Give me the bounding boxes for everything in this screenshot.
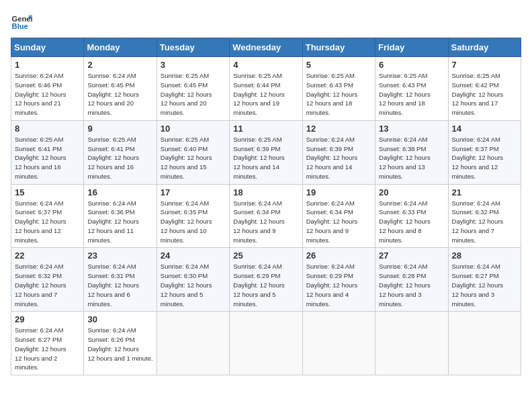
calendar-cell: 23Sunrise: 6:24 AMSunset: 6:31 PMDayligh…: [84, 248, 157, 312]
day-number: 7: [452, 60, 517, 70]
calendar-cell: 15Sunrise: 6:24 AMSunset: 6:37 PMDayligh…: [11, 184, 84, 248]
calendar-cell: 16Sunrise: 6:24 AMSunset: 6:36 PMDayligh…: [84, 184, 157, 248]
calendar-cell: [230, 312, 302, 375]
day-header-sunday: Sunday: [11, 38, 84, 57]
day-info: Sunrise: 6:24 AMSunset: 6:32 PMDaylight:…: [15, 262, 80, 308]
calendar-cell: 14Sunrise: 6:24 AMSunset: 6:37 PMDayligh…: [448, 120, 521, 184]
day-number: 24: [161, 250, 226, 261]
day-info: Sunrise: 6:24 AMSunset: 6:34 PMDaylight:…: [306, 199, 371, 245]
day-number: 3: [161, 60, 226, 70]
calendar-cell: 24Sunrise: 6:24 AMSunset: 6:30 PMDayligh…: [157, 248, 229, 312]
day-info: Sunrise: 6:24 AMSunset: 6:34 PMDaylight:…: [233, 199, 298, 245]
calendar-cell: 25Sunrise: 6:24 AMSunset: 6:29 PMDayligh…: [230, 248, 302, 312]
day-info: Sunrise: 6:25 AMSunset: 6:43 PMDaylight:…: [306, 71, 371, 118]
day-number: 15: [15, 187, 80, 197]
day-info: Sunrise: 6:24 AMSunset: 6:37 PMDaylight:…: [15, 199, 80, 245]
day-info: Sunrise: 6:25 AMSunset: 6:44 PMDaylight:…: [233, 71, 298, 118]
day-number: 9: [87, 124, 152, 134]
day-number: 10: [161, 124, 226, 134]
day-info: Sunrise: 6:25 AMSunset: 6:45 PMDaylight:…: [161, 71, 226, 118]
calendar-cell: 11Sunrise: 6:25 AMSunset: 6:39 PMDayligh…: [230, 120, 302, 184]
day-header-saturday: Saturday: [448, 38, 521, 57]
calendar-cell: 20Sunrise: 6:24 AMSunset: 6:33 PMDayligh…: [375, 184, 448, 248]
day-number: 1: [15, 60, 80, 70]
calendar-cell: [157, 312, 229, 375]
day-info: Sunrise: 6:24 AMSunset: 6:36 PMDaylight:…: [87, 199, 152, 245]
day-info: Sunrise: 6:24 AMSunset: 6:37 PMDaylight:…: [452, 135, 517, 181]
calendar-cell: 4Sunrise: 6:25 AMSunset: 6:44 PMDaylight…: [230, 57, 302, 121]
calendar-cell: 26Sunrise: 6:24 AMSunset: 6:29 PMDayligh…: [302, 248, 375, 312]
calendar-cell: [448, 312, 521, 375]
day-number: 13: [379, 124, 444, 134]
day-number: 12: [306, 124, 371, 134]
day-number: 21: [452, 187, 517, 197]
day-number: 11: [233, 124, 298, 134]
day-number: 20: [379, 187, 444, 197]
calendar-cell: 28Sunrise: 6:24 AMSunset: 6:27 PMDayligh…: [448, 248, 521, 312]
day-number: 29: [15, 314, 80, 324]
day-info: Sunrise: 6:24 AMSunset: 6:46 PMDaylight:…: [15, 71, 80, 118]
day-info: Sunrise: 6:24 AMSunset: 6:33 PMDaylight:…: [379, 199, 444, 245]
calendar-cell: 5Sunrise: 6:25 AMSunset: 6:43 PMDaylight…: [302, 57, 375, 121]
calendar-cell: 30Sunrise: 6:24 AMSunset: 6:26 PMDayligh…: [84, 312, 157, 375]
calendar-cell: 18Sunrise: 6:24 AMSunset: 6:34 PMDayligh…: [230, 184, 302, 248]
day-number: 23: [87, 250, 152, 261]
day-number: 16: [87, 187, 152, 197]
day-info: Sunrise: 6:25 AMSunset: 6:42 PMDaylight:…: [452, 71, 517, 118]
day-info: Sunrise: 6:24 AMSunset: 6:30 PMDaylight:…: [161, 262, 226, 308]
calendar-header-row: SundayMondayTuesdayWednesdayThursdayFrid…: [11, 38, 521, 57]
page-header: General Blue: [11, 11, 521, 32]
day-info: Sunrise: 6:24 AMSunset: 6:31 PMDaylight:…: [87, 262, 152, 308]
calendar-cell: 10Sunrise: 6:25 AMSunset: 6:40 PMDayligh…: [157, 120, 229, 184]
logo: General Blue: [11, 11, 35, 32]
calendar-cell: 29Sunrise: 6:24 AMSunset: 6:27 PMDayligh…: [11, 312, 84, 375]
day-header-thursday: Thursday: [302, 38, 375, 57]
day-number: 17: [161, 187, 226, 197]
calendar-cell: 12Sunrise: 6:24 AMSunset: 6:39 PMDayligh…: [302, 120, 375, 184]
day-info: Sunrise: 6:25 AMSunset: 6:40 PMDaylight:…: [161, 135, 226, 181]
calendar-cell: 9Sunrise: 6:25 AMSunset: 6:41 PMDaylight…: [84, 120, 157, 184]
day-number: 28: [452, 250, 517, 261]
calendar-cell: [302, 312, 375, 375]
day-number: 6: [379, 60, 444, 70]
day-info: Sunrise: 6:24 AMSunset: 6:32 PMDaylight:…: [452, 199, 517, 245]
day-info: Sunrise: 6:24 AMSunset: 6:27 PMDaylight:…: [15, 326, 80, 372]
calendar-week-row: 15Sunrise: 6:24 AMSunset: 6:37 PMDayligh…: [11, 184, 521, 248]
day-header-friday: Friday: [375, 38, 448, 57]
day-info: Sunrise: 6:25 AMSunset: 6:41 PMDaylight:…: [15, 135, 80, 181]
day-number: 14: [452, 124, 517, 134]
day-info: Sunrise: 6:24 AMSunset: 6:38 PMDaylight:…: [379, 135, 444, 181]
day-number: 22: [15, 250, 80, 261]
calendar-week-row: 22Sunrise: 6:24 AMSunset: 6:32 PMDayligh…: [11, 248, 521, 312]
calendar-cell: 2Sunrise: 6:24 AMSunset: 6:45 PMDaylight…: [84, 57, 157, 121]
day-info: Sunrise: 6:24 AMSunset: 6:29 PMDaylight:…: [233, 262, 298, 308]
day-info: Sunrise: 6:25 AMSunset: 6:41 PMDaylight:…: [87, 135, 152, 181]
day-info: Sunrise: 6:25 AMSunset: 6:43 PMDaylight:…: [379, 71, 444, 118]
day-header-tuesday: Tuesday: [157, 38, 229, 57]
calendar-cell: 21Sunrise: 6:24 AMSunset: 6:32 PMDayligh…: [448, 184, 521, 248]
day-number: 25: [233, 250, 298, 261]
calendar-cell: 8Sunrise: 6:25 AMSunset: 6:41 PMDaylight…: [11, 120, 84, 184]
day-info: Sunrise: 6:24 AMSunset: 6:26 PMDaylight:…: [87, 326, 152, 363]
day-number: 8: [15, 124, 80, 134]
calendar-cell: 3Sunrise: 6:25 AMSunset: 6:45 PMDaylight…: [157, 57, 229, 121]
day-info: Sunrise: 6:24 AMSunset: 6:35 PMDaylight:…: [161, 199, 226, 245]
calendar-cell: 27Sunrise: 6:24 AMSunset: 6:28 PMDayligh…: [375, 248, 448, 312]
day-info: Sunrise: 6:24 AMSunset: 6:27 PMDaylight:…: [452, 262, 517, 308]
day-info: Sunrise: 6:24 AMSunset: 6:39 PMDaylight:…: [306, 135, 371, 181]
calendar-cell: 1Sunrise: 6:24 AMSunset: 6:46 PMDaylight…: [11, 57, 84, 121]
day-number: 26: [306, 250, 371, 261]
day-number: 2: [87, 60, 152, 70]
day-number: 5: [306, 60, 371, 70]
calendar-cell: 13Sunrise: 6:24 AMSunset: 6:38 PMDayligh…: [375, 120, 448, 184]
day-info: Sunrise: 6:24 AMSunset: 6:28 PMDaylight:…: [379, 262, 444, 308]
day-number: 19: [306, 187, 371, 197]
day-info: Sunrise: 6:25 AMSunset: 6:39 PMDaylight:…: [233, 135, 298, 181]
calendar-table: SundayMondayTuesdayWednesdayThursdayFrid…: [11, 38, 521, 375]
day-number: 27: [379, 250, 444, 261]
calendar-week-row: 1Sunrise: 6:24 AMSunset: 6:46 PMDaylight…: [11, 57, 521, 121]
day-info: Sunrise: 6:24 AMSunset: 6:29 PMDaylight:…: [306, 262, 371, 308]
logo-icon: General Blue: [11, 11, 32, 32]
calendar-cell: 17Sunrise: 6:24 AMSunset: 6:35 PMDayligh…: [157, 184, 229, 248]
calendar-cell: 22Sunrise: 6:24 AMSunset: 6:32 PMDayligh…: [11, 248, 84, 312]
